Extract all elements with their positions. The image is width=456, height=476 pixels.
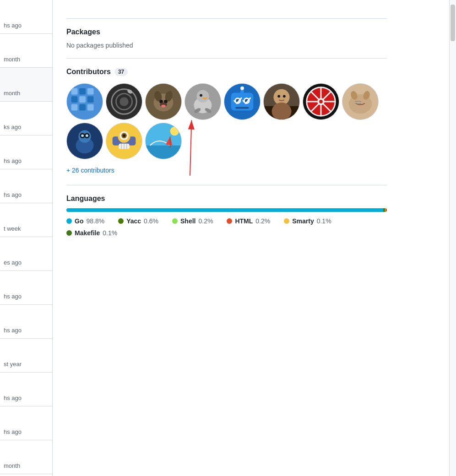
lang-pct-makefile: 0.1% [103, 229, 117, 237]
sidebar-item-13: month [0, 440, 52, 474]
contributors-divider [66, 185, 387, 185]
packages-empty-text: No packages published [66, 42, 387, 49]
svg-rect-7 [71, 104, 78, 111]
svg-rect-36 [235, 107, 249, 109]
language-list: Go 98.8% Yacc 0.6% Shell 0.2% HTML 0.2% [66, 217, 387, 237]
svg-rect-1 [71, 88, 78, 95]
sidebar-item-11: hs ago [0, 373, 52, 406]
lang-name-smarty: Smarty [292, 217, 314, 225]
contributor-avatar-2[interactable] [106, 83, 142, 120]
contributor-avatar-10[interactable] [106, 123, 142, 159]
contributor-avatar-6[interactable] [263, 83, 300, 120]
lang-item-html: HTML 0.2% [227, 217, 270, 225]
lang-name-html: HTML [235, 217, 253, 225]
packages-divider [66, 58, 387, 59]
lang-pct-yacc: 0.6% [144, 217, 158, 225]
sidebar-item-12: hs ago [0, 406, 52, 440]
lang-pct-html: 0.2% [255, 217, 270, 225]
sidebar-item-2: month [0, 68, 52, 102]
svg-point-71 [123, 134, 125, 137]
sidebar-item-5: hs ago [0, 169, 52, 203]
svg-rect-3 [87, 88, 94, 95]
contributors-section: Contributors 37 [66, 68, 387, 176]
sidebar-item-0: hs ago [0, 0, 52, 34]
svg-rect-8 [79, 104, 86, 111]
language-bar [66, 208, 387, 212]
scrollbar-track[interactable] [449, 0, 456, 476]
lang-item-smarty: Smarty 0.1% [284, 217, 331, 225]
packages-title: Packages [66, 28, 387, 36]
more-contributors-link[interactable]: + 26 contributors [66, 167, 114, 174]
lang-pct-smarty: 0.1% [317, 217, 331, 225]
sidebar: hs agomonthmonthks agohs agohs agot week… [0, 0, 53, 476]
lang-name-shell: Shell [180, 217, 195, 225]
contributors-header: Contributors 37 [66, 68, 387, 76]
lang-pct-go: 98.8% [86, 217, 104, 225]
contributor-avatar-9[interactable] [66, 123, 103, 159]
svg-rect-6 [87, 96, 94, 103]
lang-bar-makefile [386, 208, 387, 212]
contributor-avatar-1[interactable] [66, 83, 103, 120]
svg-rect-5 [79, 96, 86, 103]
languages-title: Languages [66, 195, 387, 203]
sidebar-item-4: hs ago [0, 135, 52, 169]
lang-dot-makefile [66, 230, 72, 236]
svg-point-63 [81, 134, 84, 137]
lang-name-go: Go [75, 217, 83, 225]
svg-rect-77 [146, 146, 181, 159]
lang-item-makefile: Makefile 0.1% [66, 229, 117, 237]
sidebar-item-7: es ago [0, 237, 52, 271]
svg-rect-2 [79, 88, 86, 95]
svg-point-25 [196, 90, 209, 103]
packages-section: Packages No packages published [66, 28, 387, 49]
lang-dot-html [227, 218, 232, 224]
svg-point-53 [319, 100, 323, 103]
svg-rect-9 [87, 104, 94, 111]
lang-name-yacc: Yacc [126, 217, 141, 225]
lang-dot-shell [172, 218, 178, 224]
svg-point-64 [86, 134, 88, 137]
contributor-avatar-7[interactable] [303, 83, 339, 120]
svg-point-44 [283, 95, 286, 97]
contributor-avatar-11[interactable] [145, 123, 182, 159]
contributor-avatar-5[interactable] [224, 83, 261, 120]
lang-bar-go [66, 208, 383, 212]
main-content: Packages No packages published Contribut… [53, 0, 449, 476]
lang-name-makefile: Makefile [75, 229, 100, 237]
sidebar-item-8: hs ago [0, 271, 52, 305]
sidebar-item-10: st year [0, 339, 52, 373]
scrollbar-thumb[interactable] [451, 5, 455, 41]
svg-point-43 [277, 95, 280, 97]
contributors-count: 37 [114, 68, 128, 76]
languages-section: Languages Go 98.8% Yacc [66, 195, 387, 237]
contributor-avatar-3[interactable] [145, 83, 182, 120]
contributors-title: Contributors [66, 68, 111, 76]
lang-dot-yacc [118, 218, 124, 224]
sidebar-item-9: hs ago [0, 305, 52, 339]
lang-pct-shell: 0.2% [198, 217, 213, 225]
svg-point-38 [240, 87, 244, 90]
contributor-avatar-8[interactable] [342, 83, 379, 120]
lang-item-shell: Shell 0.2% [172, 217, 213, 225]
top-divider [66, 18, 387, 19]
contributor-avatar-4[interactable] [185, 83, 221, 120]
avatars-container [66, 83, 387, 159]
svg-point-13 [119, 97, 129, 106]
svg-point-26 [200, 94, 202, 97]
lang-dot-go [66, 218, 72, 224]
sidebar-item-1: month [0, 34, 52, 68]
svg-rect-4 [71, 96, 78, 103]
lang-item-go: Go 98.8% [66, 217, 104, 225]
lang-dot-smarty [284, 218, 289, 224]
sidebar-item-6: t week [0, 203, 52, 237]
sidebar-item-3: ks ago [0, 102, 52, 135]
svg-point-22 [161, 105, 166, 108]
lang-item-yacc: Yacc 0.6% [118, 217, 158, 225]
svg-point-78 [170, 127, 179, 136]
